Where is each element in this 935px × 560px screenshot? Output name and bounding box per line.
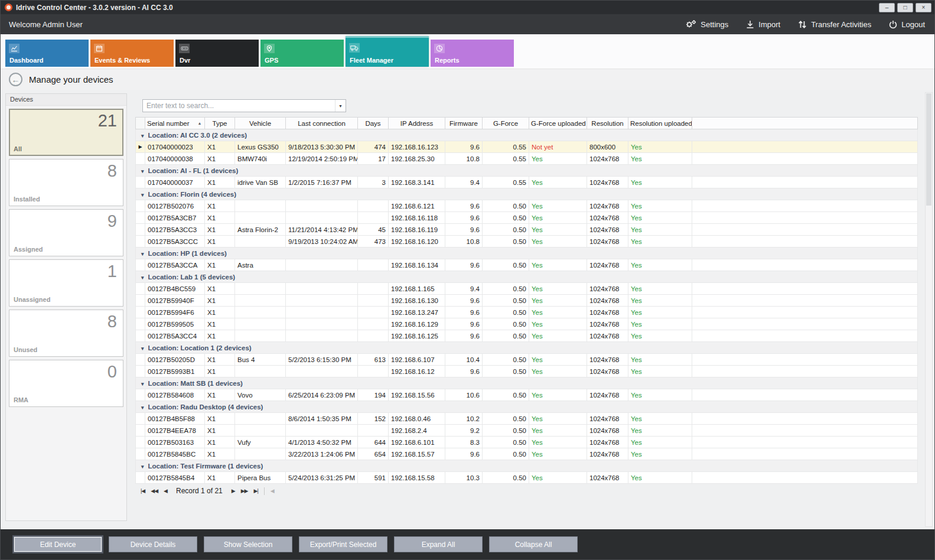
cell-firmware[interactable]: 9.6: [445, 307, 483, 318]
cell-ip-address[interactable]: 192.168.2.4: [389, 425, 445, 437]
cell-g-force[interactable]: 0.50: [483, 437, 529, 448]
cell-last-connection[interactable]: 1/2/2015 7:16:37 PM: [286, 177, 358, 188]
cell-type[interactable]: X1: [205, 153, 235, 165]
cell-resolution-uploaded[interactable]: Yes: [628, 259, 692, 271]
device-row[interactable]: 00127B599505 X1 192.168.16.129 9.6 0.50 …: [136, 318, 918, 330]
cell-g-force[interactable]: 0.55: [483, 153, 529, 165]
cell-g-force[interactable]: 0.50: [483, 354, 529, 366]
cell-g-force-uploaded[interactable]: Yes: [529, 259, 587, 271]
cell-ip-address[interactable]: 192.168.16.119: [389, 224, 445, 236]
cell-g-force-uploaded[interactable]: Not yet: [529, 141, 587, 153]
export-print-selected-button[interactable]: Export/Print Selected: [299, 536, 387, 552]
cell-firmware[interactable]: 9.6: [445, 141, 483, 153]
device-row[interactable]: 017040000037 X1 idrive Van SB 1/2/2015 7…: [136, 177, 918, 188]
cell-g-force-uploaded[interactable]: Yes: [529, 295, 587, 307]
cell-ip-address[interactable]: 192.168.15.57: [389, 448, 445, 460]
cell-last-connection[interactable]: 4/1/2013 4:50:32 PM: [286, 437, 358, 448]
prev-record-button[interactable]: ◀: [161, 488, 170, 494]
cell-type[interactable]: X1: [205, 354, 235, 366]
collapse-group-icon[interactable]: ▾: [141, 133, 144, 139]
collapse-group-icon[interactable]: ▾: [141, 192, 144, 198]
cell-vehicle[interactable]: [235, 425, 286, 437]
cell-last-connection[interactable]: [286, 366, 358, 377]
filter-card-unused[interactable]: 8 Unused: [9, 310, 123, 357]
cell-days[interactable]: 17: [358, 153, 389, 165]
cell-resolution[interactable]: 1024x768: [587, 212, 628, 224]
cell-g-force-uploaded[interactable]: Yes: [529, 437, 587, 448]
cell-resolution[interactable]: 1024x768: [587, 200, 628, 212]
cell-vehicle[interactable]: Vufy: [235, 437, 286, 448]
cell-resolution-uploaded[interactable]: Yes: [628, 318, 692, 330]
cell-firmware[interactable]: 9.4: [445, 177, 483, 188]
cell-resolution[interactable]: 1024x768: [587, 366, 628, 377]
cell-vehicle[interactable]: [235, 295, 286, 307]
maximize-button[interactable]: □: [897, 3, 913, 12]
cell-days[interactable]: 654: [358, 448, 389, 460]
cell-resolution-uploaded[interactable]: Yes: [628, 200, 692, 212]
cell-resolution-uploaded[interactable]: Yes: [628, 354, 692, 366]
cell-resolution-uploaded[interactable]: Yes: [628, 212, 692, 224]
cell-serial-number[interactable]: 00127B5845B4: [145, 472, 205, 484]
cell-days[interactable]: 613: [358, 354, 389, 366]
device-row[interactable]: 00127B5A3CC4 X1 192.168.16.125 9.6 0.50 …: [136, 330, 918, 342]
device-details-button[interactable]: Device Details: [109, 536, 197, 552]
group-row[interactable]: ▾Location: Location 1 (2 devices): [136, 342, 918, 354]
search-input[interactable]: [143, 100, 335, 112]
cell-g-force[interactable]: 0.50: [483, 330, 529, 342]
cell-g-force[interactable]: 0.50: [483, 472, 529, 484]
cell-type[interactable]: X1: [205, 318, 235, 330]
group-row[interactable]: ▾Location: Lab 1 (5 devices): [136, 271, 918, 283]
cell-days[interactable]: 473: [358, 236, 389, 248]
filter-card-all[interactable]: 21 All: [9, 109, 123, 156]
cell-serial-number[interactable]: 00127B4B5F88: [145, 413, 205, 425]
cell-firmware[interactable]: 10.2: [445, 413, 483, 425]
cell-serial-number[interactable]: 017040000037: [145, 177, 205, 188]
cell-firmware[interactable]: 9.2: [445, 425, 483, 437]
cell-g-force-uploaded[interactable]: Yes: [529, 366, 587, 377]
cell-ip-address[interactable]: 192.168.16.123: [389, 141, 445, 153]
cell-resolution[interactable]: 1024x768: [587, 330, 628, 342]
vertical-scrollbar[interactable]: [925, 92, 933, 527]
cell-serial-number[interactable]: 00127B5993B1: [145, 366, 205, 377]
cell-g-force[interactable]: 0.50: [483, 212, 529, 224]
tab-reports[interactable]: Reports: [431, 40, 514, 67]
cell-resolution-uploaded[interactable]: Yes: [628, 437, 692, 448]
cell-resolution[interactable]: 1024x768: [587, 259, 628, 271]
filter-card-unassigned[interactable]: 1 Unassigned: [9, 259, 123, 307]
first-record-button[interactable]: |◀: [138, 488, 148, 494]
cell-ip-address[interactable]: 192.168.3.141: [389, 177, 445, 188]
collapse-group-icon[interactable]: ▾: [141, 168, 144, 174]
cell-vehicle[interactable]: [235, 212, 286, 224]
column-header-days[interactable]: Days: [358, 118, 389, 129]
collapse-group-icon[interactable]: ▾: [141, 381, 144, 387]
tab-fleet-manager[interactable]: Fleet Manager: [346, 36, 429, 67]
cell-firmware[interactable]: 9.6: [445, 224, 483, 236]
cell-g-force-uploaded[interactable]: Yes: [529, 153, 587, 165]
cell-days[interactable]: [358, 425, 389, 437]
close-button[interactable]: ×: [916, 3, 931, 12]
cell-vehicle[interactable]: [235, 307, 286, 318]
tab-dvr[interactable]: Dvr: [175, 40, 259, 67]
column-header-vehicle[interactable]: Vehicle: [235, 118, 286, 129]
expand-all-button[interactable]: Expand All: [394, 536, 483, 552]
prev-page-button[interactable]: ◀◀: [148, 488, 161, 494]
cell-serial-number[interactable]: 00127B4BC559: [145, 283, 205, 295]
cell-serial-number[interactable]: 00127B4EEA78: [145, 425, 205, 437]
device-row[interactable]: 00127B5845B4 X1 Pipera Bus 5/24/2013 6:3…: [136, 472, 918, 484]
cell-g-force-uploaded[interactable]: Yes: [529, 307, 587, 318]
cell-serial-number[interactable]: 00127B59940F: [145, 295, 205, 307]
cell-last-connection[interactable]: 5/2/2013 6:15:30 PM: [286, 354, 358, 366]
cell-g-force[interactable]: 0.50: [483, 413, 529, 425]
cell-serial-number[interactable]: 00127B5845BC: [145, 448, 205, 460]
device-row[interactable]: 00127B5A3CB7 X1 192.168.16.118 9.6 0.50 …: [136, 212, 918, 224]
cell-g-force[interactable]: 0.50: [483, 307, 529, 318]
cell-g-force-uploaded[interactable]: Yes: [529, 318, 587, 330]
cell-days[interactable]: 45: [358, 224, 389, 236]
column-header-resolution-uploaded[interactable]: Resolution uploaded: [628, 118, 692, 129]
cell-resolution[interactable]: 1024x768: [587, 295, 628, 307]
column-header-g-force-uploaded[interactable]: G-Force uploaded: [529, 118, 587, 129]
cell-g-force[interactable]: 0.50: [483, 259, 529, 271]
cell-resolution[interactable]: 1024x768: [587, 472, 628, 484]
cell-resolution[interactable]: 1024x768: [587, 354, 628, 366]
cell-g-force-uploaded[interactable]: Yes: [529, 472, 587, 484]
